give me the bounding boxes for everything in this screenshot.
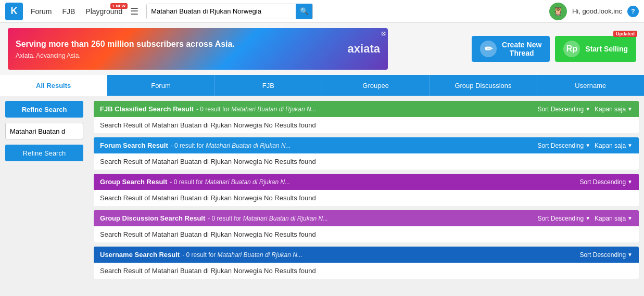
navbar-right: 🦉 Hi, good.look.inc ? <box>549 3 639 20</box>
result-count-group-discuss: - 0 result for Matahari Buatan di Rjukan… <box>208 215 328 222</box>
kapan-arrow-fjb: ▼ <box>627 106 633 112</box>
help-icon[interactable]: ? <box>627 6 639 17</box>
kapan-dropdown-group-discuss[interactable]: Kapan saja ▼ <box>595 215 633 222</box>
start-selling-label: Start Selling <box>585 45 628 53</box>
sort-label-username: Sort Descending <box>579 251 626 259</box>
sort-arrow-fjb: ▼ <box>585 106 590 112</box>
result-body-group: Search Result of Matahari Buatan di Rjuk… <box>94 190 639 206</box>
result-forum: Forum Search Result - 0 result for Matah… <box>94 137 639 170</box>
sort-arrow-username: ▼ <box>627 252 633 258</box>
kapan-arrow-forum: ▼ <box>627 143 633 148</box>
search-button[interactable]: 🔍 <box>296 4 312 19</box>
kapan-dropdown-fjb[interactable]: Kapan saja ▼ <box>595 106 633 113</box>
kapan-label-fjb: Kapan saja <box>595 106 626 113</box>
sort-dropdown-forum[interactable]: Sort Descending ▼ <box>537 142 590 149</box>
sort-dropdown-group[interactable]: Sort Descending ▼ <box>579 178 633 186</box>
result-controls-group: Sort Descending ▼ <box>579 178 633 186</box>
result-controls-fjb: Sort Descending ▼ Kapan saja ▼ <box>537 106 633 113</box>
result-count-fjb: - 0 result for Matahari Buatan di Rjukan… <box>196 106 317 113</box>
ad-close-button[interactable]: ⊠ <box>381 30 386 37</box>
tab-groupee[interactable]: Groupee <box>322 75 430 96</box>
result-controls-username: Sort Descending ▼ <box>579 251 633 259</box>
start-selling-icon: Rp <box>563 41 580 57</box>
result-group: Group Search Result - 0 result for Matah… <box>94 174 639 206</box>
result-title-group: Group Search Result <box>100 178 167 186</box>
kapan-label-forum: Kapan saja <box>595 142 626 149</box>
updated-badge: Updated <box>613 31 637 37</box>
kapan-label-group-discuss: Kapan saja <box>595 215 626 222</box>
result-controls-group-discuss: Sort Descending ▼ Kapan saja ▼ <box>537 215 633 222</box>
nav-links: Forum FJB Playground 1 NEW <box>31 7 122 16</box>
main-layout: Refine Search Refine Search FJB Classifi… <box>0 96 644 296</box>
create-thread-button[interactable]: ✏ Create New Thread <box>472 36 550 62</box>
sort-arrow-group-discuss: ▼ <box>585 215 590 221</box>
result-controls-forum: Sort Descending ▼ Kapan saja ▼ <box>537 142 633 149</box>
result-header-group: Group Search Result - 0 result for Matah… <box>94 174 639 190</box>
sort-arrow-forum: ▼ <box>585 143 590 148</box>
tabs-bar: All ResultsForumFJBGroupeeGroup Discussi… <box>0 75 644 96</box>
create-thread-icon: ✏ <box>480 41 497 57</box>
ad-brand: axiata <box>348 42 380 56</box>
sidebar: Refine Search Refine Search <box>0 101 89 296</box>
result-header-fjb: FJB Classified Search Result - 0 result … <box>94 101 639 117</box>
result-body-fjb: Search Result of Matahari Buatan di Rjuk… <box>94 117 639 133</box>
sort-label-group: Sort Descending <box>579 178 626 186</box>
result-title-group-discuss: Group Discussion Search Result <box>100 214 205 222</box>
result-count-forum: - 0 result for Matahari Buatan di Rjukan… <box>171 142 291 149</box>
tab-fjb[interactable]: FJB <box>215 75 322 96</box>
playground-badge: 1 NEW <box>110 3 128 9</box>
tab-forum[interactable]: Forum <box>107 75 214 96</box>
result-title-forum: Forum Search Result <box>100 141 168 149</box>
avatar[interactable]: 🦉 <box>549 3 567 20</box>
kapan-dropdown-forum[interactable]: Kapan saja ▼ <box>595 142 633 149</box>
create-thread-label: Create New Thread <box>502 41 541 57</box>
results-area: FJB Classified Search Result - 0 result … <box>89 101 644 296</box>
refine-search-top-button[interactable]: Refine Search <box>5 101 83 118</box>
result-body-username: Search Result of Matahari Buatan di Rjuk… <box>94 263 639 279</box>
nav-forum[interactable]: Forum <box>31 7 52 16</box>
tab-all[interactable]: All Results <box>0 75 107 96</box>
ad-title: Serving more than 260 million subscriber… <box>16 38 343 50</box>
user-greeting[interactable]: Hi, good.look.inc <box>572 7 622 15</box>
result-title-username: Username Search Result <box>100 251 180 259</box>
sidebar-search-input[interactable] <box>5 123 83 139</box>
site-logo[interactable]: K <box>5 3 23 20</box>
result-title-fjb: FJB Classified Search Result <box>100 105 194 113</box>
sort-dropdown-username[interactable]: Sort Descending ▼ <box>579 251 633 259</box>
hamburger-icon[interactable]: ☰ <box>130 6 138 17</box>
search-input[interactable] <box>147 4 296 19</box>
ad-subtitle: Axiata. Advancing Asia. <box>16 52 343 59</box>
sort-label-forum: Sort Descending <box>537 142 584 149</box>
sort-dropdown-group-discuss[interactable]: Sort Descending ▼ <box>537 215 590 222</box>
action-buttons: ✏ Create New Thread Updated Rp Start Sel… <box>472 36 636 62</box>
search-icon: 🔍 <box>300 7 309 15</box>
avatar-emoji: 🦉 <box>553 6 563 16</box>
start-selling-button[interactable]: Updated Rp Start Selling <box>555 36 636 62</box>
tab-group-discussions[interactable]: Group Discussions <box>430 75 537 96</box>
result-count-username: - 0 result for Matahari Buatan di Rjukan… <box>182 251 302 259</box>
result-fjb: FJB Classified Search Result - 0 result … <box>94 101 639 133</box>
result-body-forum: Search Result of Matahari Buatan di Rjuk… <box>94 153 639 170</box>
result-header-forum: Forum Search Result - 0 result for Matah… <box>94 137 639 153</box>
ad-banner: Serving more than 260 million subscriber… <box>8 28 388 70</box>
result-group-discuss: Group Discussion Search Result - 0 resul… <box>94 210 639 242</box>
result-count-group: - 0 result for Matahari Buatan di Rjukan… <box>170 178 290 186</box>
sort-label-group-discuss: Sort Descending <box>537 215 584 222</box>
ad-text: Serving more than 260 million subscriber… <box>16 38 343 59</box>
result-header-username: Username Search Result - 0 result for Ma… <box>94 247 639 263</box>
pencil-icon: ✏ <box>485 43 493 55</box>
result-header-group-discuss: Group Discussion Search Result - 0 resul… <box>94 210 639 226</box>
tab-username[interactable]: Username <box>537 75 644 96</box>
navbar: K Forum FJB Playground 1 NEW ☰ 🔍 🦉 Hi, g… <box>0 0 644 23</box>
rp-icon: Rp <box>566 44 577 54</box>
search-bar: 🔍 <box>146 4 313 19</box>
sort-dropdown-fjb[interactable]: Sort Descending ▼ <box>537 106 590 113</box>
top-bar: Serving more than 260 million subscriber… <box>0 23 644 75</box>
sort-arrow-group: ▼ <box>627 179 633 185</box>
result-username: Username Search Result - 0 result for Ma… <box>94 247 639 279</box>
sidebar-refine-button[interactable]: Refine Search <box>5 145 83 161</box>
nav-fjb[interactable]: FJB <box>62 7 75 16</box>
sort-label-fjb: Sort Descending <box>537 106 584 113</box>
nav-playground-wrap: Playground 1 NEW <box>85 7 122 16</box>
kapan-arrow-group-discuss: ▼ <box>627 215 633 221</box>
